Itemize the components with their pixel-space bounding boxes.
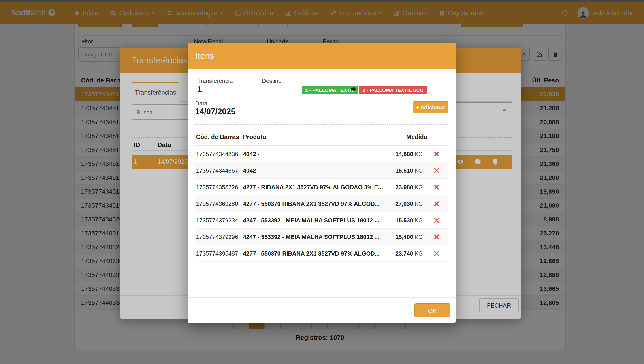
item-measure: 23,980KG (396, 184, 423, 190)
item-measure: 14,880KG (396, 150, 423, 157)
product-column-header: Produto (243, 134, 266, 140)
items-modal: Itens Transferência 1 Destino 1 - PALLOM… (188, 43, 456, 323)
remove-item-icon[interactable] (434, 167, 440, 173)
item-barcode: 1735774379234 (196, 217, 238, 224)
item-row: 1735774344867 4042 - 15,510KG (195, 162, 448, 179)
arrow-right-icon (350, 86, 357, 92)
app-root: Leitor Nota Fiscal Unidade Pecas s Cód. … (0, 0, 644, 364)
item-row: 1735774355726 4277 - RIBANA 2X1 3527VD 9… (195, 179, 448, 196)
divider (188, 297, 456, 298)
transfer-label: Transferência (197, 78, 233, 84)
item-barcode: 1735774344867 (196, 167, 238, 174)
barcode-column-header: Cód. de Barras (196, 134, 239, 140)
data-value: 14/07/2025 (195, 107, 236, 117)
divider (195, 124, 448, 125)
item-measure: 27,030KG (396, 200, 423, 207)
item-measure: 15,510KG (396, 167, 423, 174)
ok-button[interactable]: OK (414, 303, 450, 317)
remove-item-icon[interactable] (434, 201, 440, 207)
item-barcode: 1735774379296 (196, 233, 238, 240)
item-product: 4042 - (243, 150, 260, 157)
item-measure: 15,400KG (396, 233, 423, 240)
item-product: 4247 - 553392 - MEIA MALHA SOFTPLUS 1801… (243, 233, 379, 240)
item-row: 1735774379234 4247 - 553392 - MEIA MALHA… (195, 212, 448, 229)
transfer-value: 1 (197, 85, 202, 94)
plus-icon: + (416, 104, 419, 110)
items-modal-title: Itens (196, 51, 214, 61)
measure-column-header: Medida (406, 134, 427, 140)
item-row: 1735774395487 4277 - 550370 RIBANA 2X1 3… (195, 245, 448, 262)
items-modal-header: Itens (188, 43, 456, 69)
item-barcode: 1735774355726 (196, 184, 238, 190)
origin-badge: 1 - PALLOMA TEXTIL (302, 86, 358, 94)
item-product: 4247 - 553392 - MEIA MALHA SOFTPLUS 1801… (243, 217, 379, 224)
item-measure: 15,530KG (396, 217, 423, 224)
data-label: Data (195, 100, 208, 107)
item-product: 4042 - (243, 167, 260, 174)
remove-item-icon[interactable] (434, 217, 440, 223)
browser-top-strip (0, 0, 644, 2)
remove-item-icon[interactable] (434, 151, 440, 157)
remove-item-icon[interactable] (434, 184, 440, 190)
item-product: 4277 - RIBANA 2X1 3527VD 97% ALGODAO 3% … (243, 184, 383, 190)
remove-item-icon[interactable] (434, 250, 440, 256)
remove-item-icon[interactable] (434, 234, 440, 240)
item-product: 4277 - 550370 RIBANA 2X1 3527VD 97% ALGO… (243, 250, 380, 257)
destination-badge: 2 - PALLOMA TEXTIL SCC (359, 86, 427, 94)
adicionar-button[interactable]: + Adicionar (413, 101, 448, 113)
item-product: 4277 - 550370 RIBANA 2X1 3527VD 97% ALGO… (243, 200, 380, 207)
item-barcode: 1735774395487 (196, 250, 238, 257)
item-barcode: 1735774344836 (196, 150, 238, 157)
item-row: 1735774379296 4247 - 553392 - MEIA MALHA… (195, 229, 448, 245)
destino-label: Destino (262, 78, 282, 84)
ok-label: OK (428, 307, 437, 314)
item-row: 1735774344836 4042 - 14,880KG (195, 146, 448, 162)
item-barcode: 1735774369280 (196, 200, 238, 207)
adicionar-label: Adicionar (420, 104, 445, 110)
item-measure: 23,740KG (396, 250, 423, 257)
item-row: 1735774369280 4277 - 550370 RIBANA 2X1 3… (195, 196, 448, 212)
